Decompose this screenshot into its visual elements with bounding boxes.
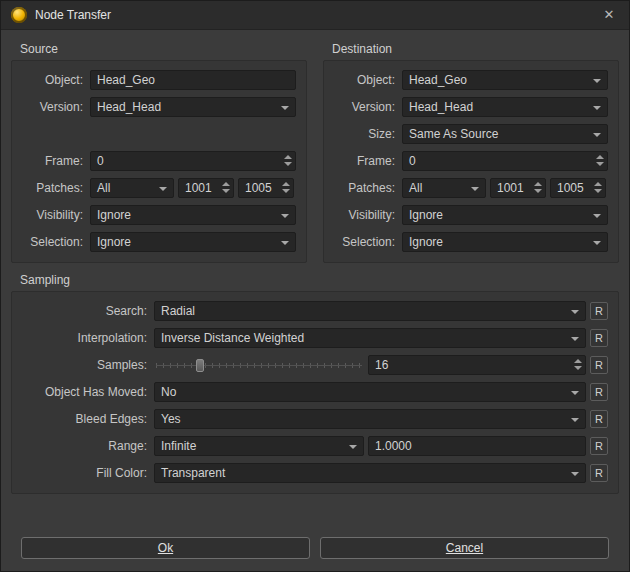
spin-buttons[interactable]	[596, 155, 604, 166]
bleed-edges-dropdown[interactable]: Yes	[154, 409, 586, 429]
search-dropdown[interactable]: Radial	[154, 301, 586, 321]
destination-patch-end-spinner[interactable]: 1005	[550, 178, 606, 198]
spinner-up-icon[interactable]	[534, 182, 542, 186]
source-selection-dropdown[interactable]: Ignore	[90, 232, 296, 252]
spinner-down-icon[interactable]	[596, 162, 604, 166]
destination-patches-value: All	[409, 181, 422, 195]
fill-color-reset-button[interactable]: R	[590, 464, 608, 482]
object-has-moved-label: Object Has Moved:	[22, 385, 150, 399]
dialog-content: Source Object: Head_Geo Version: Head_He…	[1, 30, 629, 571]
close-icon[interactable]: ✕	[599, 5, 619, 25]
destination-size-row: Size: Same As Source	[334, 124, 608, 144]
spinner-down-icon[interactable]	[534, 189, 542, 193]
range-amount-field[interactable]: 1.0000	[368, 436, 586, 456]
destination-visibility-value: Ignore	[409, 208, 443, 222]
source-patches-row: Patches: All 1001	[22, 178, 296, 198]
destination-version-dropdown[interactable]: Head_Head	[402, 97, 608, 117]
chevron-down-icon	[571, 310, 579, 314]
destination-version-value: Head_Head	[409, 100, 473, 114]
source-frame-value: 0	[97, 154, 104, 168]
fill-color-value: Transparent	[161, 466, 225, 480]
object-has-moved-value: No	[161, 385, 176, 399]
samples-reset-button[interactable]: R	[590, 356, 608, 374]
source-version-value: Head_Head	[97, 100, 161, 114]
source-patch-start-spinner[interactable]: 1001	[178, 178, 234, 198]
window-title: Node Transfer	[35, 8, 111, 22]
search-reset-button[interactable]: R	[590, 302, 608, 320]
samples-slider[interactable]	[154, 355, 364, 375]
spinner-up-icon[interactable]	[574, 359, 582, 363]
chevron-down-icon	[159, 187, 167, 191]
ok-button[interactable]: Ok	[21, 537, 310, 559]
chevron-down-icon	[471, 187, 479, 191]
search-value: Radial	[161, 304, 195, 318]
chevron-down-icon	[281, 214, 289, 218]
spinner-up-icon[interactable]	[284, 155, 292, 159]
source-patch-end-spinner[interactable]: 1005	[238, 178, 294, 198]
destination-visibility-row: Visibility: Ignore	[334, 205, 608, 225]
spinner-down-icon[interactable]	[574, 366, 582, 370]
spin-buttons[interactable]	[534, 182, 542, 193]
fill-color-dropdown[interactable]: Transparent	[154, 463, 586, 483]
chevron-down-icon	[349, 445, 357, 449]
bleed-edges-reset-button[interactable]: R	[590, 410, 608, 428]
source-frame-row: Frame: 0	[22, 151, 296, 171]
spinner-up-icon[interactable]	[222, 182, 230, 186]
samples-row: Samples: 16 R	[22, 355, 608, 375]
sampling-group-box: Search: Radial R Interpolation: Inverse …	[11, 291, 619, 494]
search-row: Search: Radial R	[22, 301, 608, 321]
destination-object-dropdown[interactable]: Head_Geo	[402, 70, 608, 90]
spin-buttons[interactable]	[594, 182, 602, 193]
range-dropdown[interactable]: Infinite	[154, 436, 364, 456]
spinner-up-icon[interactable]	[596, 155, 604, 159]
source-object-input[interactable]: Head_Geo	[90, 70, 296, 90]
source-object-row: Object: Head_Geo	[22, 70, 296, 90]
chevron-down-icon	[571, 391, 579, 395]
spinner-down-icon[interactable]	[282, 189, 290, 193]
source-group-box: Object: Head_Geo Version: Head_Head	[11, 60, 307, 263]
chevron-down-icon	[593, 79, 601, 83]
spin-buttons[interactable]	[574, 359, 582, 370]
spin-buttons[interactable]	[222, 182, 230, 193]
source-version-dropdown[interactable]: Head_Head	[90, 97, 296, 117]
slider-handle[interactable]	[196, 359, 204, 372]
destination-version-label: Version:	[334, 100, 398, 114]
destination-size-value: Same As Source	[409, 127, 498, 141]
fill-color-row: Fill Color: Transparent R	[22, 463, 608, 483]
chevron-down-icon	[281, 241, 289, 245]
destination-patches-dropdown[interactable]: All	[402, 178, 486, 198]
destination-patch-start-spinner[interactable]: 1001	[490, 178, 546, 198]
cancel-button[interactable]: Cancel	[320, 537, 609, 559]
destination-patch-end-value: 1005	[557, 181, 584, 195]
spin-buttons[interactable]	[282, 182, 290, 193]
fill-color-label: Fill Color:	[22, 466, 150, 480]
source-visibility-row: Visibility: Ignore	[22, 205, 296, 225]
source-destination-columns: Source Object: Head_Geo Version: Head_He…	[11, 38, 619, 263]
object-has-moved-dropdown[interactable]: No	[154, 382, 586, 402]
interpolation-dropdown[interactable]: Inverse Distance Weighted	[154, 328, 586, 348]
destination-object-row: Object: Head_Geo	[334, 70, 608, 90]
range-reset-button[interactable]: R	[590, 437, 608, 455]
source-visibility-dropdown[interactable]: Ignore	[90, 205, 296, 225]
chevron-down-icon	[593, 241, 601, 245]
spin-buttons[interactable]	[284, 155, 292, 166]
samples-value: 16	[375, 358, 388, 372]
object-has-moved-reset-button[interactable]: R	[590, 383, 608, 401]
spinner-up-icon[interactable]	[594, 182, 602, 186]
samples-spinner[interactable]: 16	[368, 355, 586, 375]
spinner-down-icon[interactable]	[284, 162, 292, 166]
destination-selection-dropdown[interactable]: Ignore	[402, 232, 608, 252]
spinner-down-icon[interactable]	[594, 189, 602, 193]
source-patches-dropdown[interactable]: All	[90, 178, 174, 198]
destination-size-dropdown[interactable]: Same As Source	[402, 124, 608, 144]
destination-frame-spinner[interactable]: 0	[402, 151, 608, 171]
chevron-down-icon	[593, 133, 601, 137]
spinner-down-icon[interactable]	[222, 189, 230, 193]
destination-frame-value: 0	[409, 154, 416, 168]
source-frame-spinner[interactable]: 0	[90, 151, 296, 171]
spinner-up-icon[interactable]	[282, 182, 290, 186]
interpolation-reset-button[interactable]: R	[590, 329, 608, 347]
title-bar[interactable]: Node Transfer ✕	[1, 1, 629, 30]
destination-visibility-label: Visibility:	[334, 208, 398, 222]
destination-visibility-dropdown[interactable]: Ignore	[402, 205, 608, 225]
